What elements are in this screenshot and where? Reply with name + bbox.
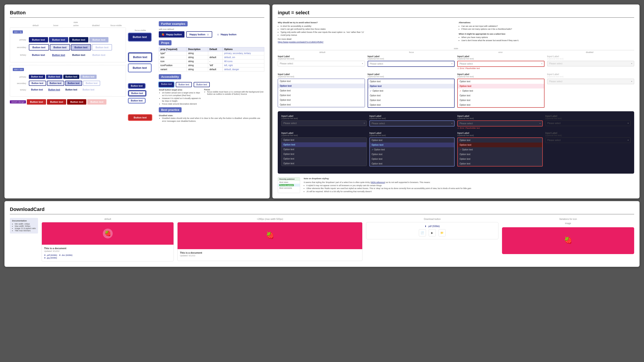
- option-2-selected[interactable]: Option text: [278, 84, 364, 88]
- focus-option-2[interactable]: Option text: [368, 84, 454, 88]
- btn-secondary-active-sm[interactable]: Button text: [65, 81, 82, 86]
- video-icon-box[interactable]: ▶: [429, 229, 436, 236]
- btn-tertiary-hover-lg[interactable]: Button text: [49, 52, 68, 58]
- access-focus-btn[interactable]: Button text: [159, 82, 174, 87]
- dark-select-box-default[interactable]: Please select ▾: [281, 120, 366, 126]
- option-5[interactable]: Option text: [278, 98, 364, 102]
- btn-tertiary-focus-lg[interactable]: Button text: [128, 64, 151, 72]
- dark-opt-5[interactable]: Option text: [282, 156, 366, 161]
- dark-opt-6[interactable]: Option text: [282, 161, 366, 166]
- error-option-3[interactable]: ✓ Option text: [458, 88, 544, 93]
- option-3[interactable]: Option text: [278, 88, 364, 93]
- btn-primary-default-lg[interactable]: Button text: [29, 37, 48, 42]
- focus-option-3[interactable]: ✓ Option text: [368, 88, 454, 93]
- error-option-4[interactable]: Option text: [458, 93, 544, 98]
- btn-primary-focus-lg[interactable]: Button text: [128, 33, 151, 41]
- dark-opt-4[interactable]: Option text: [282, 152, 366, 156]
- btn-tertiary-default-sm[interactable]: Button text: [29, 88, 45, 92]
- option-4[interactable]: Option text: [278, 93, 364, 98]
- dark-foc-opt-6[interactable]: Option text: [370, 161, 454, 166]
- dark-opt-1[interactable]: Option text: [282, 138, 366, 142]
- btn-tertiary-focus-sm[interactable]: Button text: [128, 98, 145, 103]
- icon-btn-secondary[interactable]: Happy button ☺: [186, 31, 212, 37]
- select-box-focus[interactable]: Please select ▾: [368, 61, 454, 67]
- btn-tertiary-default-lg[interactable]: Button text: [29, 52, 48, 58]
- widget-most-views[interactable]: Most views: [278, 181, 300, 184]
- icon-btn-tertiary[interactable]: ☺ Happy button: [214, 31, 239, 37]
- focus-option-1[interactable]: Option text: [368, 79, 454, 84]
- folder-icon-box[interactable]: 📁: [438, 229, 446, 236]
- dark-err-opt-5[interactable]: Option text: [458, 157, 542, 161]
- error-option-1[interactable]: Option text: [458, 79, 544, 84]
- jpg-link[interactable]: ⬇ .jpg (600kb): [44, 257, 57, 259]
- widget-most-comments[interactable]: Most comments: [278, 187, 300, 189]
- error-option-2[interactable]: Option text: [458, 84, 544, 88]
- error-option-6[interactable]: Option text: [458, 103, 544, 107]
- btn-primary-active-sm[interactable]: Button text: [63, 75, 80, 79]
- btn-secondary-disabled-sm[interactable]: Button text: [83, 81, 100, 86]
- btn-secondary-default-lg[interactable]: Button text: [29, 44, 49, 50]
- dropdown-error[interactable]: Option text Option text ✓ Option text Op…: [457, 79, 544, 108]
- btn-secondary-focus-lg[interactable]: Button text: [128, 53, 152, 61]
- doc-icon-box[interactable]: 📄: [419, 229, 426, 236]
- dl-pdf-button[interactable]: ⬇ .pdf (500kb): [425, 225, 440, 228]
- option-1[interactable]: Option text: [278, 79, 364, 84]
- btn-danger-focus[interactable]: Button text: [128, 115, 152, 120]
- btn-danger-hover[interactable]: Button text: [47, 99, 66, 105]
- option-6[interactable]: Option text: [278, 102, 364, 107]
- icon-btn-primary[interactable]: 🍓 Happy button: [159, 31, 184, 37]
- btn-primary-active-lg[interactable]: Button text: [69, 37, 88, 42]
- btn-secondary-focus-sm[interactable]: Button text: [128, 91, 146, 96]
- btn-primary-hover-sm[interactable]: Button text: [46, 75, 62, 79]
- btn-primary-focus-sm[interactable]: Button text: [128, 84, 145, 88]
- widget-recently-updated[interactable]: Recently updated: [278, 184, 300, 187]
- btn-secondary-active-lg[interactable]: Button text: [71, 44, 91, 50]
- btn-danger-default[interactable]: Button text: [27, 99, 46, 105]
- btn-primary-default-sm[interactable]: Button text: [29, 75, 45, 79]
- btn-tertiary-hover-sm[interactable]: Button text: [46, 88, 62, 92]
- dark-opt-3[interactable]: Option text: [282, 147, 366, 152]
- access-outline-btn[interactable]: Button text: [176, 82, 192, 87]
- doc-link[interactable]: ⬇ .doc (600kb): [59, 254, 73, 256]
- focus-option-4[interactable]: Option text: [368, 93, 454, 98]
- btn-tertiary-active-sm[interactable]: Button text: [63, 88, 80, 92]
- pdf-link[interactable]: ⬇ .pdf (600kb): [44, 254, 57, 256]
- dark-dropdown-focus[interactable]: Option text Option text ✓ Option text Op…: [370, 137, 454, 166]
- dark-foc-opt-3[interactable]: ✓ Option text: [370, 147, 454, 152]
- btn-primary-disabled-lg[interactable]: Button text: [89, 37, 108, 42]
- access-outline-btn2[interactable]: Button text: [194, 82, 210, 87]
- select-box-default[interactable]: Please select ▾: [278, 61, 365, 66]
- dark-foc-opt-5[interactable]: Option text: [370, 157, 454, 161]
- error-option-5[interactable]: Option text: [458, 98, 544, 103]
- dark-select-box-error[interactable]: Please select ▾: [457, 120, 542, 126]
- dark-dropdown-error[interactable]: Option text Option text ✓ Option text Op…: [457, 137, 542, 166]
- dark-dropdown-default[interactable]: Option text Option text Option text Opti…: [281, 137, 366, 166]
- dark-err-opt-2[interactable]: Option text: [458, 143, 542, 147]
- dark-err-opt-6[interactable]: Option text: [458, 161, 542, 166]
- btn-danger-active[interactable]: Button text: [67, 99, 86, 105]
- btn-danger-disabled[interactable]: Button text: [87, 99, 106, 105]
- dark-err-opt-3[interactable]: ✓ Option text: [458, 147, 542, 152]
- dark-foc-opt-2[interactable]: Option text: [370, 143, 454, 147]
- btn-secondary-hover-sm[interactable]: Button text: [47, 81, 64, 86]
- btn-primary-hover-lg[interactable]: Button text: [49, 37, 68, 42]
- mdn-link[interactable]: MDN reference: [371, 181, 384, 183]
- btn-secondary-default-sm[interactable]: Button text: [29, 81, 46, 86]
- btn-secondary-hover-lg[interactable]: Button text: [50, 44, 70, 50]
- dark-err-opt-1[interactable]: Option text: [458, 138, 542, 143]
- dropdown-default[interactable]: Option text Option text Option text Opti…: [278, 79, 365, 107]
- dark-err-opt-4[interactable]: Option text: [458, 152, 542, 157]
- dark-select-box-focus[interactable]: Please select ▾: [370, 120, 454, 126]
- btn-tertiary-disabled-sm[interactable]: Button text: [80, 88, 96, 92]
- focus-option-6[interactable]: Option text: [368, 103, 454, 107]
- dropdown-focus[interactable]: Option text Option text ✓ Option text Op…: [368, 79, 454, 108]
- btn-tertiary-active-lg[interactable]: Button text: [69, 52, 88, 58]
- detail-link[interactable]: https://www.youtube.com/watch?v=CUkMCQR4…: [278, 41, 323, 43]
- dark-foc-opt-1[interactable]: Option text: [370, 138, 454, 143]
- btn-tertiary-disabled-lg[interactable]: Button text: [89, 52, 108, 58]
- dark-foc-opt-4[interactable]: Option text: [370, 152, 454, 157]
- focus-option-5[interactable]: Option text: [368, 98, 454, 103]
- btn-secondary-disabled-lg[interactable]: Button text: [92, 44, 112, 50]
- select-box-error[interactable]: Please select ▾: [457, 61, 544, 67]
- dark-opt-2[interactable]: Option text: [282, 142, 366, 147]
